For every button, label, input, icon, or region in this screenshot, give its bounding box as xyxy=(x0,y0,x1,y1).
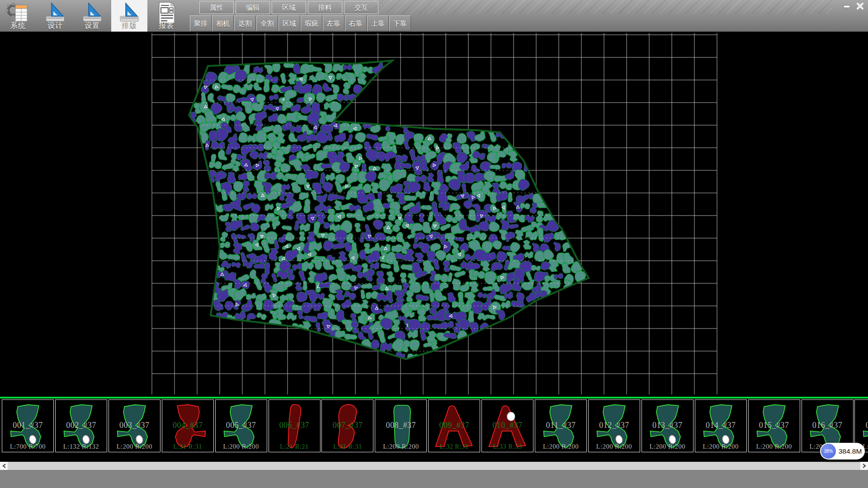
part-counts-label: L:21 R:21 xyxy=(269,443,320,450)
part-id-label: 002_#37 xyxy=(56,421,107,430)
tool-button-0[interactable]: 聚排 xyxy=(190,15,212,31)
part-counts-label: L:33 R:33 xyxy=(482,443,533,450)
part-counts-label: L:200 R:200 xyxy=(375,443,426,450)
tool-button-6[interactable]: 左靠 xyxy=(323,15,344,31)
memory-badge: 38% 384.8M xyxy=(820,443,865,460)
part-counts-label: L:700 R:700 xyxy=(2,443,53,450)
minimize-icon xyxy=(843,3,850,10)
part-id-label: 012_#37 xyxy=(589,421,640,430)
part-counts-label: L:200 R:200 xyxy=(642,443,693,450)
menu-tab-3[interactable]: 排料 xyxy=(308,1,342,14)
part-id-label: 011_#37 xyxy=(535,421,586,430)
menu-tab-1[interactable]: 编辑 xyxy=(236,1,270,14)
part-id-label: 001_#37 xyxy=(2,421,53,430)
menu-tab-0[interactable]: 属性 xyxy=(199,1,234,14)
horizontal-scrollbar[interactable] xyxy=(0,462,868,470)
part-counts-label: L:200 R:200 xyxy=(749,443,800,450)
tool-button-5[interactable]: 瑕疵 xyxy=(301,15,322,31)
strip-top-divider xyxy=(0,397,868,399)
part-counts-label: L:200 R:200 xyxy=(695,443,746,450)
part-counts-label: L:31 R:31 xyxy=(322,443,373,450)
part-thumbnail-015_#37[interactable]: 015_#37L:200 R:200 xyxy=(748,399,800,452)
part-id-label: 009_#37 xyxy=(429,421,480,430)
menu-tab-4[interactable]: 交互 xyxy=(344,1,378,14)
part-thumbnail-006_#37[interactable]: 006_#37L:21 R:21 xyxy=(269,399,321,452)
part-thumbnail-008_#37[interactable]: 008_#37L:200 R:200 xyxy=(375,399,427,452)
part-id-label: 003_#37 xyxy=(109,421,160,430)
tool-bar: 聚排相机选割全割区域瑕疵左靠右靠上靠下靠 xyxy=(0,15,868,32)
close-icon xyxy=(856,2,864,10)
tool-button-1[interactable]: 相机 xyxy=(212,15,234,31)
minimize-button[interactable] xyxy=(840,2,853,10)
part-thumbnail-002_#37[interactable]: 002_#37L:132 R:132 xyxy=(55,399,107,452)
tool-button-9[interactable]: 下靠 xyxy=(389,15,411,31)
status-bar xyxy=(0,470,868,488)
scroll-left-button[interactable] xyxy=(0,462,8,470)
part-thumbnail-004_#37[interactable]: 004_#37L:31 R:31 xyxy=(162,399,214,452)
title-bar: 系统 设计 设置 排版 xyxy=(0,0,868,32)
tool-button-3[interactable]: 全割 xyxy=(256,15,278,31)
hide-layout-drawing xyxy=(151,33,718,397)
progress-circle: 38% xyxy=(821,444,836,459)
part-counts-label: L:32 R:31 xyxy=(429,443,480,450)
part-id-label: 005_#37 xyxy=(216,421,267,430)
part-counts-label: L:200 R:200 xyxy=(535,443,586,450)
part-counts-label: L:200 R:200 xyxy=(589,443,640,450)
part-thumbnail-013_#37[interactable]: 013_#37L:200 R:200 xyxy=(642,399,693,452)
tool-button-8[interactable]: 上靠 xyxy=(367,15,389,31)
tool-button-7[interactable]: 右靠 xyxy=(345,15,367,31)
part-id-label: 008_#37 xyxy=(375,421,426,430)
menu-bar: 属性编辑区域排料交互 xyxy=(0,0,868,15)
part-id-label: 014_#37 xyxy=(695,421,746,430)
nesting-canvas[interactable] xyxy=(0,32,868,397)
part-thumbnail-003_#37[interactable]: 003_#37L:200 R:200 xyxy=(108,399,160,452)
part-thumbnail-010_#37[interactable]: 010_#37L:33 R:33 xyxy=(481,399,533,452)
part-counts-label: L:132 R:132 xyxy=(56,443,107,450)
part-id-label: 017_#37 xyxy=(855,421,868,430)
part-id-label: 015_#37 xyxy=(749,421,800,430)
part-id-label: 007_#37 xyxy=(322,421,373,430)
menu-tab-2[interactable]: 区域 xyxy=(272,1,306,14)
part-counts-label: L:31 R:31 xyxy=(162,443,213,450)
part-thumbnail-005_#37[interactable]: 005_#37L:200 R:200 xyxy=(215,399,267,452)
part-thumbnail-007_#37[interactable]: 007_#37L:31 R:31 xyxy=(321,399,373,452)
tool-button-4[interactable]: 区域 xyxy=(278,15,300,31)
chevron-right-icon xyxy=(863,464,866,468)
part-counts-label: L:200 R:200 xyxy=(216,443,267,450)
part-thumbnail-012_#37[interactable]: 012_#37L:200 R:200 xyxy=(588,399,640,452)
part-id-label: 010_#37 xyxy=(482,421,533,430)
part-thumbnail-009_#37[interactable]: 009_#37L:32 R:31 xyxy=(428,399,480,452)
scroll-right-button[interactable] xyxy=(860,462,868,470)
part-thumbnail-014_#37[interactable]: 014_#37L:200 R:200 xyxy=(695,399,747,452)
application-window: 系统 设计 设置 排版 xyxy=(0,0,868,488)
chevron-left-icon xyxy=(2,464,6,468)
part-id-label: 013_#37 xyxy=(642,421,693,430)
memory-value: 384.8M xyxy=(838,443,862,460)
tool-button-2[interactable]: 选割 xyxy=(234,15,256,31)
part-thumbnail-001_#37[interactable]: 001_#37L:700 R:700 xyxy=(2,399,54,452)
close-button[interactable] xyxy=(854,2,866,10)
part-id-label: 006_#37 xyxy=(269,421,320,430)
part-id-label: 016_#37 xyxy=(802,421,853,430)
parts-strip: 001_#37L:700 R:700002_#37L:132 R:132003_… xyxy=(0,399,868,453)
part-thumbnail-011_#37[interactable]: 011_#37L:200 R:200 xyxy=(535,399,587,452)
part-id-label: 004_#37 xyxy=(162,421,213,430)
part-counts-label: L:200 R:200 xyxy=(109,443,160,450)
